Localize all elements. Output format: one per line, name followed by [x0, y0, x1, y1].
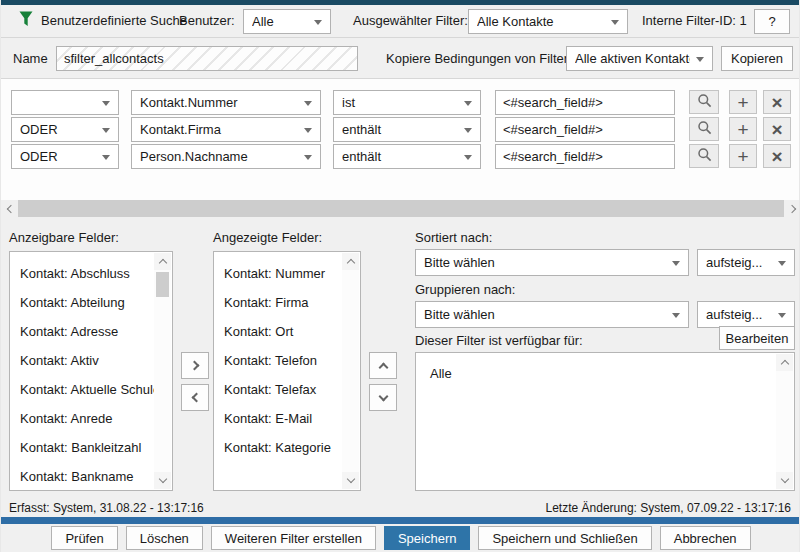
- sort-direction-value: aufsteig...: [706, 255, 772, 270]
- copy-button[interactable]: Kopieren: [721, 46, 793, 71]
- filter-name-field[interactable]: [56, 46, 358, 71]
- add-condition-button[interactable]: +: [729, 90, 757, 114]
- remove-condition-button[interactable]: ×: [763, 117, 791, 141]
- chevron-down-icon: [778, 261, 786, 266]
- list-item[interactable]: Kontakt: Telefax: [214, 375, 360, 404]
- footer-button-bar: Prüfen Löschen Weiteren Filter erstellen…: [1, 524, 800, 552]
- sort-direction-select[interactable]: aufsteig...: [697, 249, 795, 276]
- h-scrollbar-thumb[interactable]: [18, 200, 784, 217]
- user-select-value: Alle: [252, 14, 308, 29]
- move-up-button[interactable]: [369, 352, 397, 379]
- group-direction-value: aufsteig...: [706, 307, 772, 322]
- move-down-button[interactable]: [369, 384, 397, 411]
- field-select[interactable]: Kontakt.Nummer: [131, 90, 321, 115]
- field-select[interactable]: Kontakt.Firma: [131, 117, 321, 142]
- save-button[interactable]: Speichern: [384, 526, 471, 550]
- v-scrollbar[interactable]: [342, 253, 359, 489]
- search-button[interactable]: [689, 117, 719, 141]
- available-fields-list[interactable]: Kontakt: Abschluss Kontakt: Abteilung Ko…: [9, 251, 173, 491]
- operator-select[interactable]: [11, 90, 119, 115]
- comparator-value: enthält: [342, 149, 458, 164]
- cancel-button[interactable]: Abbrechen: [660, 526, 751, 550]
- list-item[interactable]: Kontakt: Anrede: [10, 404, 172, 433]
- selected-filter-label: Ausgewählter Filter:: [353, 13, 468, 28]
- save-and-close-button[interactable]: Speichern und Schließen: [478, 526, 651, 550]
- add-condition-button[interactable]: +: [729, 144, 757, 168]
- group-by-select[interactable]: Bitte wählen: [415, 301, 689, 328]
- h-scrollbar: [1, 200, 800, 217]
- plus-icon: +: [737, 120, 748, 139]
- chevron-down-icon: [102, 155, 110, 160]
- help-button[interactable]: ?: [754, 9, 790, 34]
- v-scrollbar-thumb[interactable]: [156, 272, 169, 297]
- remove-condition-button[interactable]: ×: [763, 90, 791, 114]
- list-item[interactable]: Kontakt: Aktuelle Schule s: [10, 375, 172, 404]
- scroll-right-button[interactable]: [784, 200, 800, 217]
- list-item[interactable]: Kontakt: Abteilung: [10, 288, 172, 317]
- scroll-up-button[interactable]: [776, 354, 793, 371]
- chevron-down-icon: [102, 128, 110, 133]
- list-item[interactable]: Kontakt: Bankleitzahl: [10, 433, 172, 462]
- comparator-select[interactable]: enthält: [333, 117, 481, 142]
- copy-button-label: Kopieren: [731, 51, 783, 66]
- add-condition-button[interactable]: +: [729, 117, 757, 141]
- create-another-filter-button[interactable]: Weiteren Filter erstellen: [211, 526, 376, 550]
- edit-availability-button[interactable]: Bearbeiten: [719, 326, 795, 350]
- operator-select[interactable]: ODER: [11, 144, 119, 169]
- field-select[interactable]: Person.Nachname: [131, 144, 321, 169]
- search-button[interactable]: [689, 90, 719, 114]
- filter-icon: [19, 11, 33, 30]
- name-label: Name: [13, 51, 48, 66]
- selected-filter-select[interactable]: Alle Kontakte: [468, 9, 628, 34]
- list-item[interactable]: Kontakt: Nummer: [214, 259, 360, 288]
- comparator-select[interactable]: ist: [333, 90, 481, 115]
- scroll-down-button[interactable]: [776, 472, 793, 489]
- chevron-down-icon: [346, 475, 354, 483]
- displayed-fields-label: Angezeigte Felder:: [213, 230, 322, 245]
- condition-value-input[interactable]: [495, 144, 675, 169]
- availability-list[interactable]: Alle: [415, 352, 795, 491]
- list-item[interactable]: Kontakt: E-Mail: [214, 404, 360, 433]
- copy-source-select[interactable]: Alle aktiven Kontakte: [566, 46, 713, 71]
- header-bar: Benutzerdefinierte Suche Benutzer: Alle …: [1, 5, 800, 38]
- move-right-button[interactable]: [181, 352, 209, 379]
- close-icon: ×: [771, 120, 782, 139]
- chevron-down-icon: [778, 313, 786, 318]
- list-item[interactable]: Kontakt: Abschluss: [10, 259, 172, 288]
- search-button[interactable]: [689, 144, 719, 168]
- scroll-up-button[interactable]: [342, 253, 359, 270]
- footer-divider: [1, 517, 800, 524]
- v-scrollbar[interactable]: [776, 354, 793, 489]
- list-item[interactable]: Kontakt: Firma: [214, 288, 360, 317]
- search-icon: [697, 93, 712, 111]
- user-select[interactable]: Alle: [243, 9, 331, 34]
- list-item[interactable]: Kontakt: Telefon: [214, 346, 360, 375]
- move-left-button[interactable]: [181, 384, 209, 411]
- list-item[interactable]: Kontakt: Kategorie: [214, 433, 360, 462]
- delete-button[interactable]: Löschen: [126, 526, 203, 550]
- remove-condition-button[interactable]: ×: [763, 144, 791, 168]
- comparator-value: ist: [342, 95, 458, 110]
- displayed-fields-items: Kontakt: Nummer Kontakt: Firma Kontakt: …: [214, 252, 360, 462]
- list-item[interactable]: Kontakt: Bankname: [10, 462, 172, 491]
- group-direction-select[interactable]: aufsteig...: [697, 301, 795, 328]
- chevron-down-icon: [672, 261, 680, 266]
- name-row: Name Kopiere Bedingungen von Filter Alle…: [1, 38, 800, 79]
- displayed-fields-list[interactable]: Kontakt: Nummer Kontakt: Firma Kontakt: …: [213, 251, 361, 491]
- scroll-up-button[interactable]: [154, 253, 171, 270]
- sort-by-select[interactable]: Bitte wählen: [415, 249, 689, 276]
- scroll-down-button[interactable]: [154, 472, 171, 489]
- help-button-label: ?: [768, 14, 775, 29]
- list-item[interactable]: Kontakt: Ort: [214, 317, 360, 346]
- scroll-left-button[interactable]: [1, 200, 18, 217]
- list-item[interactable]: Kontakt: Adresse: [10, 317, 172, 346]
- v-scrollbar[interactable]: [154, 253, 171, 489]
- list-item[interactable]: Kontakt: Aktiv: [10, 346, 172, 375]
- condition-value-input[interactable]: [495, 90, 675, 115]
- scroll-down-button[interactable]: [342, 472, 359, 489]
- check-button[interactable]: Prüfen: [51, 526, 117, 550]
- comparator-select[interactable]: enthält: [333, 144, 481, 169]
- condition-value-input[interactable]: [495, 117, 675, 142]
- operator-select[interactable]: ODER: [11, 117, 119, 142]
- chevron-down-icon: [696, 57, 704, 62]
